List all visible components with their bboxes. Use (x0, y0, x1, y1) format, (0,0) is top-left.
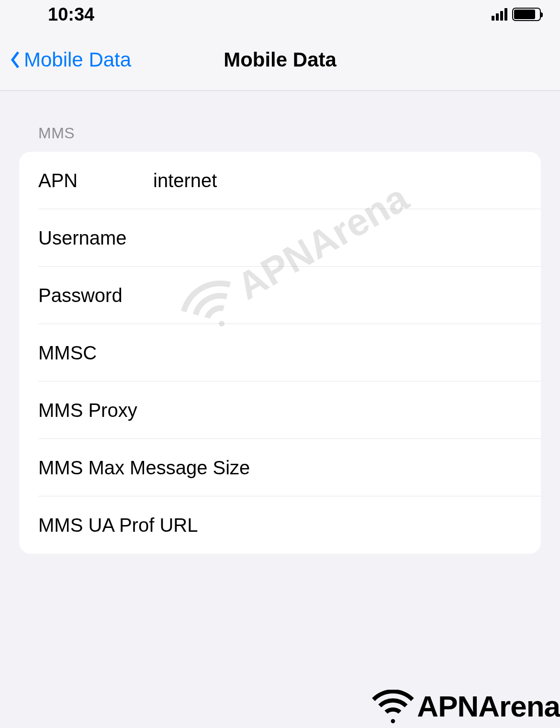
back-button-label: Mobile Data (24, 48, 131, 71)
setting-row-mmsc[interactable]: MMSC (19, 324, 541, 381)
setting-row-apn[interactable]: APN internet (19, 152, 541, 209)
field-label-password: Password (38, 285, 153, 306)
field-label-mms-proxy: MMS Proxy (38, 400, 522, 421)
status-indicators (492, 8, 541, 21)
status-bar: 10:34 (0, 0, 560, 29)
field-label-apn: APN (38, 170, 153, 191)
settings-group-mms: APN internet Username Password MMSC MMS … (19, 152, 541, 554)
cellular-signal-icon (492, 8, 507, 21)
section-header-mms: MMS (38, 124, 541, 142)
watermark-text: APNArena (417, 689, 560, 723)
wifi-icon (371, 690, 414, 723)
battery-icon (512, 8, 541, 21)
setting-row-username[interactable]: Username (19, 209, 541, 267)
navigation-bar: Mobile Data Mobile Data (0, 29, 560, 91)
chevron-left-icon (10, 50, 21, 69)
field-value-apn[interactable]: internet (153, 170, 522, 191)
status-time: 10:34 (48, 4, 94, 25)
content-area: MMS APN internet Username Password MMSC … (0, 91, 560, 554)
field-label-mms-ua-prof: MMS UA Prof URL (38, 515, 522, 536)
setting-row-password[interactable]: Password (19, 267, 541, 324)
field-label-username: Username (38, 227, 153, 249)
setting-row-mms-max-size[interactable]: MMS Max Message Size (19, 439, 541, 496)
setting-row-mms-proxy[interactable]: MMS Proxy (19, 381, 541, 439)
watermark-bottom: APNArena (371, 689, 560, 723)
setting-row-mms-ua-prof[interactable]: MMS UA Prof URL (19, 496, 541, 554)
back-button[interactable]: Mobile Data (10, 48, 131, 71)
field-label-mmsc: MMSC (38, 342, 153, 364)
field-label-mms-max-size: MMS Max Message Size (38, 457, 522, 479)
